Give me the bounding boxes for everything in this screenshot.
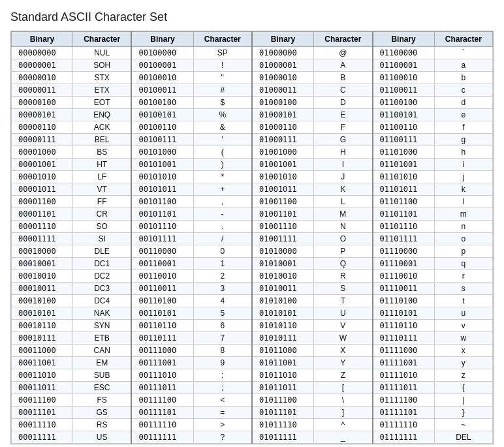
table-row: 00000111BEL00100111'01000111G01100111g <box>12 134 493 146</box>
binary-cell: 00100011 <box>131 84 193 97</box>
table-row: 00000100EOT00100100$01000100D01100100d <box>12 97 493 109</box>
char-cell: A <box>314 59 373 72</box>
char-cell: : <box>193 369 252 382</box>
binary-cell: 00110110 <box>131 320 193 332</box>
char-cell: l <box>434 196 492 208</box>
table-row: 00000010STX00100010"01000010B01100010b <box>12 72 493 84</box>
char-cell: L <box>314 196 373 208</box>
char-cell: = <box>193 407 252 419</box>
char-cell: DEL <box>434 431 492 444</box>
col-header-binary-4: Binary <box>373 32 435 47</box>
binary-cell: 01111101 <box>373 407 435 419</box>
char-cell: Q <box>314 258 373 270</box>
table-row: 00001010LF00101010*01001010J01101010j <box>12 171 493 183</box>
char-cell: i <box>434 159 492 171</box>
char-cell: ] <box>314 407 373 419</box>
binary-cell: 00111111 <box>131 431 193 444</box>
binary-cell: 00111100 <box>131 394 193 407</box>
table-row: 00001000BS00101000(01001000H01101000h <box>12 146 493 159</box>
binary-cell: 00001001 <box>12 159 73 171</box>
binary-cell: 01010011 <box>252 283 314 295</box>
table-row: 00000011ETX00100011#01000011C01100011c <box>12 84 493 97</box>
char-cell: HT <box>72 159 131 171</box>
char-cell: o <box>434 233 492 245</box>
binary-cell: 00001010 <box>12 171 73 183</box>
char-cell: r <box>434 270 492 283</box>
char-cell: , <box>193 196 252 208</box>
char-cell: RS <box>72 419 131 431</box>
char-cell: GS <box>72 407 131 419</box>
binary-cell: 00011100 <box>12 394 73 407</box>
char-cell: [ <box>314 382 373 394</box>
table-row: 00010010DC200110010201010010R01110010r <box>12 270 493 283</box>
binary-cell: 01100100 <box>373 97 435 109</box>
table-header-row: Binary Character Binary Character Binary… <box>12 32 493 47</box>
binary-cell: 00000010 <box>12 72 73 84</box>
binary-cell: 00001000 <box>12 146 73 159</box>
char-cell: V <box>314 320 373 332</box>
binary-cell: 01101101 <box>373 208 435 221</box>
binary-cell: 00011111 <box>12 431 73 444</box>
binary-cell: 01110000 <box>373 245 435 258</box>
binary-cell: 00010101 <box>12 307 73 320</box>
binary-cell: 00010110 <box>12 320 73 332</box>
char-cell: M <box>314 208 373 221</box>
table-row: 00001111SI00101111/01001111O01101111o <box>12 233 493 245</box>
char-cell: DC3 <box>72 283 131 295</box>
binary-cell: 01001000 <box>252 146 314 159</box>
char-cell: D <box>314 97 373 109</box>
binary-cell: 01001111 <box>252 233 314 245</box>
binary-cell: 01011100 <box>252 394 314 407</box>
char-cell: y <box>434 357 492 369</box>
binary-cell: 01000100 <box>252 97 314 109</box>
binary-cell: 00100101 <box>131 109 193 121</box>
char-cell: f <box>434 121 492 134</box>
binary-cell: 01101011 <box>373 183 435 196</box>
binary-cell: 00000000 <box>12 47 73 59</box>
char-cell: | <box>434 394 492 407</box>
char-cell: U <box>314 307 373 320</box>
binary-cell: 01110001 <box>373 258 435 270</box>
binary-cell: 01101111 <box>373 233 435 245</box>
table-row: 00010110SYN00110110601010110V01110110v <box>12 320 493 332</box>
binary-cell: 00111110 <box>131 419 193 431</box>
char-cell: SUB <box>72 369 131 382</box>
char-cell: N <box>314 221 373 233</box>
binary-cell: 00010001 <box>12 258 73 270</box>
binary-cell: 00111000 <box>131 345 193 357</box>
binary-cell: 00100111 <box>131 134 193 146</box>
char-cell: STX <box>72 72 131 84</box>
char-cell: < <box>193 394 252 407</box>
char-cell: DC1 <box>72 258 131 270</box>
binary-cell: 00001111 <box>12 233 73 245</box>
binary-cell: 00100000 <box>131 47 193 59</box>
binary-cell: 00011110 <box>12 419 73 431</box>
binary-cell: 01000001 <box>252 59 314 72</box>
binary-cell: 00001011 <box>12 183 73 196</box>
char-cell: CAN <box>72 345 131 357</box>
binary-cell: 00001100 <box>12 196 73 208</box>
char-cell: ` <box>434 47 492 59</box>
binary-cell: 01001011 <box>252 183 314 196</box>
table-row: 00000001SOH00100001!01000001A01100001a <box>12 59 493 72</box>
char-cell: e <box>434 109 492 121</box>
char-cell: ( <box>193 146 252 159</box>
table-row: 00010101NAK00110101501010101U01110101u <box>12 307 493 320</box>
binary-cell: 01010000 <box>252 245 314 258</box>
char-cell: _ <box>314 431 373 444</box>
binary-cell: 00011101 <box>12 407 73 419</box>
char-cell: . <box>193 221 252 233</box>
char-cell: 6 <box>193 320 252 332</box>
binary-cell: 01101000 <box>373 146 435 159</box>
binary-cell: 01110100 <box>373 295 435 307</box>
table-row: 00001100FF00101100,01001100L01101100l <box>12 196 493 208</box>
binary-cell: 00010010 <box>12 270 73 283</box>
binary-cell: 00110001 <box>131 258 193 270</box>
char-cell: c <box>434 84 492 97</box>
binary-cell: 01011101 <box>252 407 314 419</box>
binary-cell: 01111100 <box>373 394 435 407</box>
binary-cell: 01000010 <box>252 72 314 84</box>
binary-cell: 01000110 <box>252 121 314 134</box>
table-row: 00011110RS00111110>01011110^01111110~ <box>12 419 493 431</box>
char-cell: @ <box>314 47 373 59</box>
